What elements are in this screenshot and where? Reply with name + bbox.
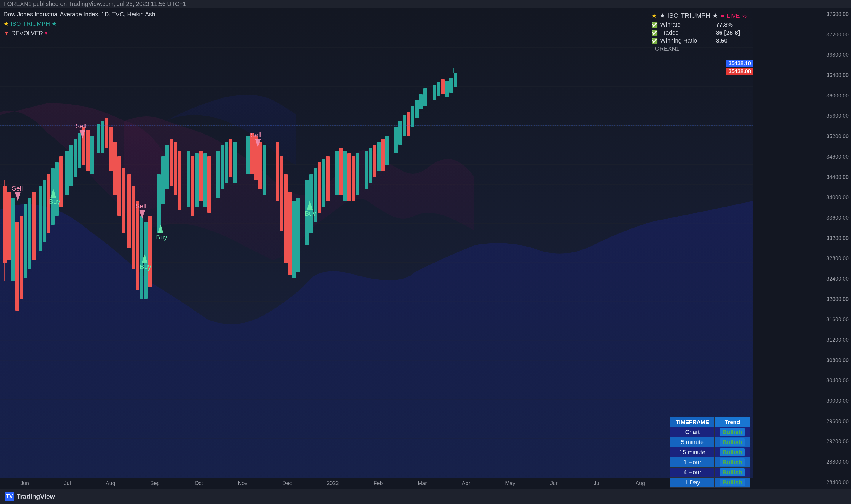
chart-title-text: Dow Jones Industrial Average Index, 1D, … <box>3 10 157 19</box>
stats-star-left: ★ <box>651 12 657 20</box>
svg-rect-70 <box>208 157 211 213</box>
svg-rect-113 <box>433 85 436 100</box>
svg-rect-99 <box>365 150 368 189</box>
svg-rect-41 <box>73 139 77 177</box>
svg-rect-61 <box>165 145 169 189</box>
price-label-8: 34800.00 <box>756 154 849 160</box>
svg-rect-106 <box>398 121 402 145</box>
svg-rect-31 <box>28 198 31 269</box>
iso-triumph-label: ★ ISO-TRIUMPH ★ <box>3 19 157 29</box>
price-label-13: 32800.00 <box>756 255 849 262</box>
trades-check-icon: ✅ <box>651 30 658 36</box>
svg-rect-72 <box>220 145 224 189</box>
svg-rect-81 <box>276 142 279 201</box>
svg-text:Buy: Buy <box>156 233 167 241</box>
price-label-1: 37600.00 <box>756 11 849 17</box>
revolver-arrow-icon: ▾ <box>45 29 48 38</box>
svg-rect-92 <box>326 157 330 201</box>
svg-rect-74 <box>229 139 232 177</box>
svg-rect-96 <box>348 154 351 201</box>
svg-rect-69 <box>203 154 207 207</box>
svg-rect-101 <box>373 145 376 177</box>
table-row: 4 Hour Bullish <box>670 468 750 478</box>
date-aug: Aug <box>106 480 115 487</box>
chart-title: Dow Jones Industrial Average Index, 1D, … <box>3 10 157 19</box>
svg-rect-111 <box>419 94 423 109</box>
svg-rect-50 <box>113 142 117 195</box>
price-label-9: 34400.00 <box>756 174 849 180</box>
svg-rect-75 <box>233 142 236 183</box>
tf-1d-trend: Bullish <box>715 478 750 488</box>
tf-4h-label: 4 Hour <box>670 468 715 478</box>
stats-title-text: ★ ISO-TRIUMPH ★ <box>659 12 718 20</box>
svg-rect-97 <box>352 157 355 201</box>
price-label-24: 28400.00 <box>756 480 849 486</box>
date-axis: Jun Jul Aug Sep Oct Nov Dec 2023 Feb Mar… <box>0 478 753 489</box>
svg-rect-108 <box>407 112 410 136</box>
price-label-10: 34000.00 <box>756 194 849 201</box>
svg-rect-103 <box>381 139 385 171</box>
tf-chart-label: Chart <box>670 427 715 437</box>
winrate-check-icon: ✅ <box>651 22 658 28</box>
svg-rect-39 <box>65 150 69 195</box>
winrate-label: Winrate <box>660 21 713 28</box>
price-label-23: 28800.00 <box>756 459 849 465</box>
svg-rect-118 <box>454 73 457 87</box>
svg-rect-59 <box>157 174 161 233</box>
price-label-2: 37200.00 <box>756 32 849 38</box>
svg-rect-64 <box>178 150 181 210</box>
svg-text:Buy: Buy <box>49 198 60 205</box>
svg-rect-110 <box>415 100 419 118</box>
svg-rect-102 <box>377 142 380 171</box>
trades-label: Trades <box>660 29 713 36</box>
bullish-badge: Bullish <box>720 468 745 476</box>
price-label-21: 29600.00 <box>756 418 849 425</box>
svg-rect-48 <box>105 118 108 147</box>
svg-rect-52 <box>122 168 125 233</box>
date-may: May <box>505 480 515 487</box>
tf-4h-trend: Bullish <box>715 468 750 478</box>
date-2023: 2023 <box>327 480 338 487</box>
bullish-badge: Bullish <box>720 438 745 446</box>
price-label-17: 31200.00 <box>756 337 849 343</box>
svg-rect-80 <box>263 145 266 195</box>
svg-rect-33 <box>38 186 42 251</box>
price-label-12: 33200.00 <box>756 235 849 241</box>
svg-text:Buy: Buy <box>305 210 316 217</box>
date-apr: Apr <box>462 480 470 487</box>
svg-rect-95 <box>343 150 347 201</box>
price-tag-red: 35438.08 <box>726 68 753 75</box>
price-label-15: 32000.00 <box>756 296 849 303</box>
price-label-20: 30000.00 <box>756 398 849 404</box>
price-label-5: 36000.00 <box>756 93 849 99</box>
svg-rect-85 <box>292 201 296 278</box>
indicator-labels: Dow Jones Industrial Average Index, 1D, … <box>3 10 157 38</box>
author-label: FOREXN1 <box>651 45 747 52</box>
tf-1h-label: 1 Hour <box>670 457 715 468</box>
svg-rect-90 <box>318 162 321 213</box>
svg-rect-26 <box>7 192 11 260</box>
price-label-6: 35600.00 <box>756 113 849 119</box>
tradingview-label: TradingView <box>17 493 55 501</box>
tf-5min-trend: Bullish <box>715 437 750 447</box>
date-sep: Sep <box>150 480 160 487</box>
star-icon: ★ <box>3 19 9 29</box>
svg-rect-63 <box>174 142 177 195</box>
price-label-7: 35200.00 <box>756 133 849 140</box>
svg-text:Sell: Sell <box>75 122 87 130</box>
published-text: FOREXN1 published on TradingView.com, Ju… <box>3 1 186 7</box>
trades-row: ✅ Trades 36 [28-8] <box>651 29 747 36</box>
trades-value: 36 [28-8] <box>716 29 740 36</box>
svg-rect-37 <box>55 162 59 216</box>
svg-rect-30 <box>24 204 27 278</box>
tf-chart-trend: Bullish <box>715 427 750 437</box>
svg-rect-115 <box>441 79 445 94</box>
date-dec: Dec <box>283 480 292 487</box>
revolver-name: REVOLVER <box>11 29 43 38</box>
svg-rect-54 <box>131 186 135 269</box>
table-row: 5 minute Bullish <box>670 437 750 447</box>
bullish-badge: Bullish <box>720 479 745 486</box>
chart-svg: Sell Sell Sell Sell Buy Buy Buy Buy <box>0 8 753 478</box>
svg-rect-83 <box>284 174 287 263</box>
winning-ratio-value: 3.50 <box>716 37 727 44</box>
